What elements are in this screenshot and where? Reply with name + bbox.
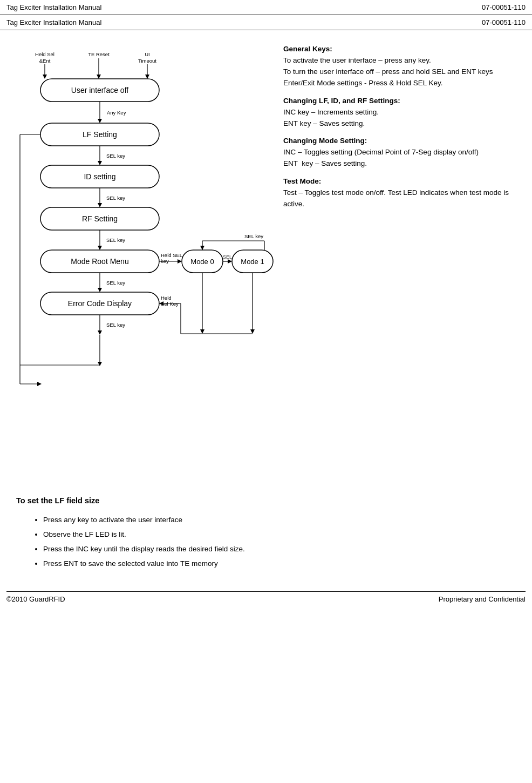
- svg-text:SEL key: SEL key: [106, 237, 125, 243]
- svg-marker-55: [97, 75, 101, 79]
- header-left-2: Tag Exciter Installation Manual: [6, 18, 101, 26]
- header-right: 07-00051-110: [482, 3, 526, 11]
- svg-text:Held SEL: Held SEL: [161, 252, 182, 258]
- general-keys-heading: General Keys:: [283, 45, 332, 53]
- svg-text:UI: UI: [145, 51, 150, 57]
- svg-text:SEL key: SEL key: [106, 195, 125, 201]
- header-right-2: 07-00051-110: [482, 18, 526, 26]
- page-header: Tag Exciter Installation Manual 07-00051…: [0, 0, 532, 15]
- svg-text:Mode Root Menu: Mode Root Menu: [71, 257, 128, 266]
- svg-marker-103: [200, 329, 204, 334]
- page-header-2: Tag Exciter Installation Manual 07-00051…: [0, 15, 532, 30]
- changing-mode-text: INC – Toggles setting (Decimal Point of …: [283, 148, 479, 167]
- svg-text:Any Key: Any Key: [107, 110, 126, 116]
- svg-marker-59: [145, 75, 149, 79]
- svg-text:Error Code Display: Error Code Display: [68, 299, 132, 308]
- svg-text:SEL key: SEL key: [106, 153, 125, 159]
- full-page: Tag Exciter Installation Manual 07-00051…: [0, 15, 532, 614]
- changing-mode-heading: Changing Mode Setting:: [283, 137, 367, 145]
- general-keys-text: To activate the user interface – press a…: [283, 56, 493, 87]
- header-left: Tag Exciter Installation Manual: [6, 3, 101, 11]
- test-mode-text: Test – Toggles test mode on/off. Test LE…: [283, 188, 509, 208]
- svg-marker-107: [98, 288, 102, 292]
- svg-text:Held: Held: [161, 295, 172, 301]
- svg-marker-119: [98, 330, 102, 335]
- bullet-list: Press any key to activate the user inter…: [16, 512, 516, 571]
- svg-text:&Ent: &Ent: [39, 58, 51, 64]
- test-mode-heading: Test Mode:: [283, 177, 321, 185]
- svg-marker-122: [98, 362, 102, 366]
- svg-text:TE Reset: TE Reset: [88, 51, 110, 57]
- svg-marker-77: [98, 203, 102, 207]
- svg-marker-82: [98, 246, 102, 250]
- svg-marker-93: [228, 259, 232, 264]
- svg-marker-70: [37, 382, 42, 386]
- footer-right: Proprietary and Confidential: [439, 595, 526, 603]
- bottom-heading: To set the LF field size: [16, 496, 516, 505]
- svg-text:Timeout: Timeout: [138, 58, 156, 64]
- bullet-4: Press ENT to save the selected value int…: [43, 556, 516, 571]
- main-flowchart: Held Sel &Ent TE Reset UI Timeout User i…: [8, 41, 278, 468]
- svg-text:Mode 1: Mode 1: [241, 258, 264, 266]
- changing-lf-text: INC key – Increments setting. ENT key – …: [283, 108, 379, 127]
- bullet-3: Press the INC key until the display read…: [43, 542, 516, 556]
- svg-text:Sel Key: Sel Key: [161, 301, 179, 307]
- changing-lf-heading: Changing LF, ID, and RF Settings:: [283, 97, 400, 105]
- svg-text:Held Sel: Held Sel: [35, 51, 54, 57]
- svg-marker-63: [98, 119, 102, 123]
- svg-text:SEL key: SEL key: [106, 322, 125, 328]
- svg-marker-72: [98, 161, 102, 165]
- svg-marker-52: [43, 75, 47, 79]
- bullet-2: Observe the LF LED is lit.: [43, 527, 516, 542]
- svg-marker-87: [178, 259, 182, 264]
- svg-text:SEL key: SEL key: [106, 280, 125, 286]
- svg-text:ID setting: ID setting: [84, 172, 115, 181]
- svg-text:SEL key: SEL key: [244, 233, 263, 239]
- svg-marker-101: [200, 246, 204, 250]
- footer-left: ©2010 GuardRFID: [6, 595, 65, 603]
- diagram-container: Held Sel &Ent TE Reset UI Timeout User i…: [8, 41, 278, 469]
- svg-text:Mode 0: Mode 0: [190, 258, 214, 266]
- page-footer: ©2010 GuardRFID Proprietary and Confiden…: [6, 591, 526, 603]
- svg-text:User interface off: User interface off: [71, 86, 128, 94]
- svg-text:RF Setting: RF Setting: [82, 214, 118, 223]
- svg-text:LF Setting: LF Setting: [83, 130, 117, 139]
- right-text-panel: General Keys: To activate the user inter…: [283, 41, 524, 469]
- svg-marker-105: [250, 329, 255, 334]
- svg-text:key: key: [161, 258, 169, 264]
- bullet-1: Press any key to activate the user inter…: [43, 512, 516, 527]
